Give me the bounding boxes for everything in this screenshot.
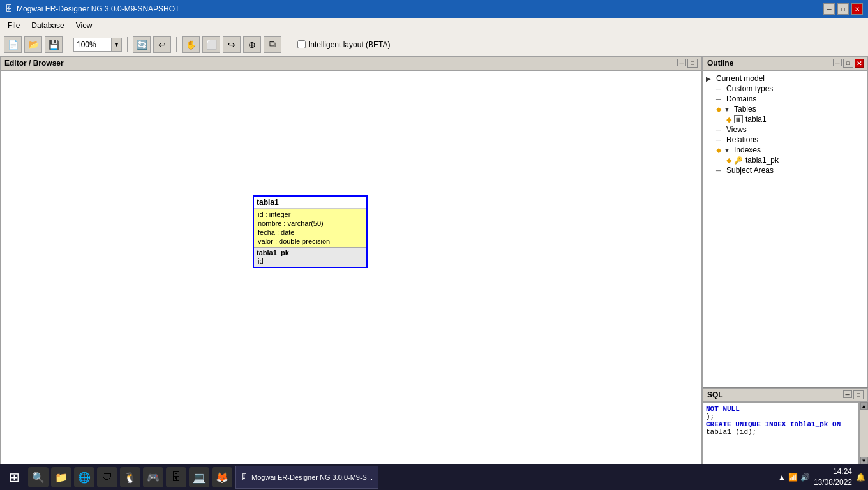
tables-label: Tables — [734, 105, 756, 114]
toolbar-back-btn[interactable]: ↩ — [153, 36, 171, 53]
minimize-button[interactable]: ─ — [823, 3, 835, 15]
tabla1-label: tabla1 — [745, 115, 767, 124]
db-table-field-1: nombre : varchar(50) — [257, 219, 364, 228]
main-layout: Editor / Browser ─ □ tabla1 id : integer… — [0, 56, 868, 464]
editor-canvas[interactable]: tabla1 id : integer nombre : varchar(50)… — [0, 70, 702, 464]
taskbar-icon-5[interactable]: 🐧 — [120, 467, 140, 487]
editor-panel: Editor / Browser ─ □ tabla1 id : integer… — [0, 56, 702, 464]
db-table-field-0: id : integer — [257, 210, 364, 219]
taskbar-left: ⊞ 🔍 📁 🌐 🛡 🐧 🎮 🗄 💻 🦊 🗄 Mogwai ER-Designer… — [3, 466, 378, 489]
taskbar-icon-6[interactable]: 🎮 — [143, 467, 163, 487]
tree-node-tabla1[interactable]: ◆ ▦ tabla1 — [726, 114, 865, 124]
outline-max-btn[interactable]: □ — [843, 59, 853, 68]
notification-icon[interactable]: 🔔 — [856, 473, 865, 482]
taskbar-icon-9[interactable]: 🦊 — [212, 467, 232, 487]
custom-types-label: Custom types — [726, 84, 773, 93]
toolbar-open-btn[interactable]: 📂 — [24, 36, 42, 53]
taskbar-icon-4[interactable]: 🛡 — [97, 467, 117, 487]
expand-icon: ▼ — [724, 106, 731, 113]
menu-file[interactable]: File — [3, 20, 25, 31]
taskbar-file-manager-btn[interactable]: 📁 — [51, 467, 71, 487]
expand-icon: ─ — [716, 167, 724, 174]
expand-icon: ▼ — [724, 147, 731, 154]
taskbar-icon-8[interactable]: 💻 — [189, 467, 209, 487]
db-table-fields: id : integer nombre : varchar(50) fecha … — [254, 209, 366, 247]
close-button[interactable]: ✕ — [851, 3, 863, 15]
sql-scroll-up[interactable]: ▲ — [860, 402, 868, 410]
title-bar-left: 🗄 Mogwai ER-Designer NG 3.0.0-M9-SNAPSHO… — [5, 4, 179, 13]
db-table[interactable]: tabla1 id : integer nombre : varchar(50)… — [253, 195, 368, 268]
db-table-index-section: tabla1_pk id — [254, 247, 366, 267]
tray-network-icon: ▲ — [778, 473, 786, 482]
sql-panel-header: SQL ─ □ — [703, 388, 868, 402]
sql-scrollbar[interactable]: ▲ ▼ — [859, 402, 868, 464]
expand-icon: ─ — [716, 96, 724, 103]
menu-view[interactable]: View — [71, 20, 98, 31]
zoom-input[interactable] — [73, 38, 112, 52]
tree-node-indexes[interactable]: ◆ ▼ Indexes — [716, 145, 865, 155]
menu-bar: File Database View — [0, 18, 868, 33]
sql-scroll-down[interactable]: ▼ — [860, 457, 868, 464]
sql-panel: SQL ─ □ NOT NULL ); CREATE UNIQUE INDEX … — [703, 388, 868, 464]
toolbar-new-btn[interactable]: 📄 — [4, 36, 22, 53]
taskbar-app-label: Mogwai ER-Designer NG 3.0.0-M9-S... — [251, 473, 373, 481]
right-panel: Outline ─ □ ✕ ▶ Current model ─ Custom t… — [702, 56, 868, 464]
tree-node-domains[interactable]: ─ Domains — [716, 94, 865, 104]
sql-keyword-0: NOT NULL — [706, 405, 740, 413]
indexes-label: Indexes — [734, 145, 761, 154]
clock-time: 14:24 — [814, 466, 852, 477]
clock[interactable]: 14:24 13/08/2022 — [814, 466, 852, 488]
editor-header-controls: ─ □ — [677, 59, 698, 68]
tree-node-tables[interactable]: ◆ ▼ Tables — [716, 104, 865, 114]
intelligent-layout-container: Intelligent layout (BETA) — [297, 40, 391, 49]
outline-minimize-btn[interactable]: ─ — [833, 59, 842, 66]
start-button[interactable]: ⊞ — [3, 466, 26, 489]
expand-icon: ▶ — [706, 75, 714, 82]
tree-node-subject-areas[interactable]: ─ Subject Areas — [716, 165, 865, 175]
taskbar-icon-3[interactable]: 🌐 — [74, 467, 94, 487]
editor-max-btn[interactable]: □ — [687, 59, 698, 68]
taskbar-icon-7[interactable]: 🗄 — [166, 467, 186, 487]
clock-date: 13/08/2022 — [814, 477, 852, 488]
key-icon: ◆ — [716, 105, 721, 114]
start-icon: ⊞ — [9, 470, 20, 485]
maximize-button[interactable]: □ — [837, 3, 849, 15]
tabla1-pk-label: tabla1_pk — [745, 156, 779, 165]
taskbar-app-erdesigner[interactable]: 🗄 Mogwai ER-Designer NG 3.0.0-M9-S... — [235, 466, 378, 489]
taskbar-search-btn[interactable]: 🔍 — [28, 467, 49, 487]
toolbar-hand-btn[interactable]: ✋ — [182, 36, 200, 53]
toolbar-fit-btn[interactable]: ⬜ — [202, 36, 220, 53]
toolbar-save-btn[interactable]: 💾 — [45, 36, 63, 53]
toolbar-refresh-btn[interactable]: 🔄 — [133, 36, 151, 53]
sql-minimize-btn[interactable]: ─ — [843, 390, 852, 398]
sql-max-btn[interactable]: □ — [853, 390, 864, 399]
toolbar-sep2 — [127, 37, 128, 52]
tray-wifi-icon: 📶 — [788, 473, 798, 482]
outline-close-btn[interactable]: ✕ — [855, 59, 864, 68]
db-table-index-name: tabla1_pk — [257, 249, 364, 256]
sql-header-controls: ─ □ — [843, 390, 864, 399]
table-icon: ▦ — [734, 115, 743, 123]
sql-content-wrapper: NOT NULL ); CREATE UNIQUE INDEX tabla1_p… — [703, 402, 868, 464]
app-title: Mogwai ER-Designer NG 3.0.0-M9-SNAPSHOT — [17, 4, 179, 13]
menu-database[interactable]: Database — [26, 20, 69, 31]
intelligent-layout-checkbox[interactable] — [297, 40, 306, 48]
key-icon: ◆ — [726, 115, 731, 124]
tree-node-tabla1-pk[interactable]: ◆ 🔑 tabla1_pk — [726, 155, 865, 165]
toolbar-undo-btn[interactable]: ↪ — [223, 36, 241, 53]
subject-areas-label: Subject Areas — [726, 166, 774, 175]
toolbar-sep3 — [176, 37, 177, 52]
tree-node-current-model[interactable]: ▶ Current model — [706, 73, 865, 84]
tree-node-custom-types[interactable]: ─ Custom types — [716, 84, 865, 94]
tree-node-relations[interactable]: ─ Relations — [716, 135, 865, 145]
intelligent-layout-label: Intelligent layout (BETA) — [308, 40, 391, 49]
toolbar-magnet-btn[interactable]: ⊕ — [243, 36, 261, 53]
toolbar-copy-btn[interactable]: ⧉ — [264, 36, 281, 53]
taskbar: ⊞ 🔍 📁 🌐 🛡 🐧 🎮 🗄 💻 🦊 🗄 Mogwai ER-Designer… — [0, 464, 868, 490]
outline-panel: Outline ─ □ ✕ ▶ Current model ─ Custom t… — [703, 56, 868, 388]
tree-node-views[interactable]: ─ Views — [716, 124, 865, 135]
current-model-label: Current model — [716, 74, 765, 83]
zoom-dropdown[interactable]: ▼ — [112, 38, 122, 52]
expand-icon: ─ — [716, 137, 724, 144]
editor-minimize-btn[interactable]: ─ — [677, 59, 686, 66]
